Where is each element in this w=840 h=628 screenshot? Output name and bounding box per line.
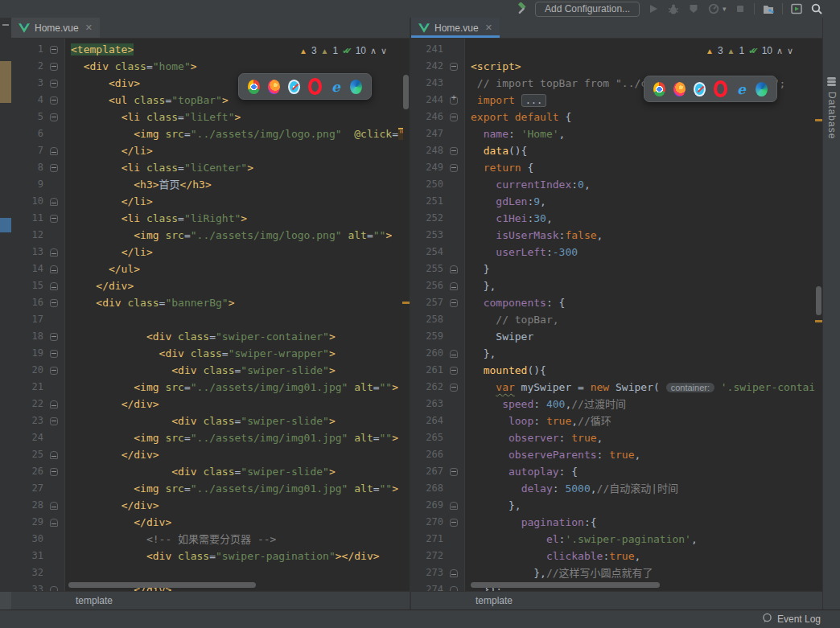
fold-icon[interactable] — [50, 350, 58, 358]
code-editor-right[interactable]: 241242<script>243 // import topBar from … — [411, 39, 822, 591]
code-line[interactable]: 31 <div class="swiper-pagination"></div> — [11, 548, 403, 564]
firefox-icon[interactable] — [268, 80, 280, 94]
breadcrumb-item[interactable]: template — [476, 595, 513, 606]
code-line[interactable]: 266 observeParents: true, — [411, 446, 816, 463]
fold-icon[interactable] — [450, 147, 458, 155]
opera-icon[interactable] — [308, 78, 321, 95]
fold-icon[interactable] — [50, 586, 58, 592]
horizontal-scrollbar-thumb[interactable] — [68, 582, 256, 588]
breadcrumb-item[interactable]: template — [76, 595, 113, 606]
code-editor-left[interactable]: 1<template>2 <div class="home">3 <div>4 … — [11, 39, 410, 591]
tab-close-icon[interactable]: ✕ — [485, 23, 492, 33]
fold-icon[interactable] — [450, 164, 458, 172]
code-line[interactable]: 12 <img src="../assets/img/logo.png" alt… — [11, 227, 403, 244]
toolwindow-stripe-dash[interactable] — [2, 24, 9, 26]
fold-icon[interactable] — [50, 63, 58, 71]
run-window-icon[interactable] — [790, 2, 803, 15]
editor-tab-home-vue-active[interactable]: Home.vue ✕ — [411, 18, 500, 38]
code-line[interactable]: 250 currentIndex:0, — [411, 176, 816, 193]
horizontal-scrollbar-thumb[interactable] — [471, 582, 660, 588]
fold-icon[interactable] — [450, 63, 458, 71]
code-line[interactable]: 259 Swiper — [411, 328, 816, 345]
fold-icon[interactable] — [450, 384, 458, 392]
code-line[interactable]: 258 // topBar, — [411, 311, 816, 328]
code-line[interactable]: 24 <img src="../assets/img/img01.jpg" al… — [11, 429, 403, 446]
fold-icon[interactable] — [450, 586, 458, 592]
code-line[interactable]: 267 autoplay: { — [411, 463, 816, 480]
code-line[interactable]: 257 components: { — [411, 294, 816, 311]
fold-icon[interactable] — [450, 113, 458, 121]
vertical-scrollbar-thumb[interactable] — [403, 75, 409, 109]
fold-icon[interactable] — [50, 417, 58, 425]
fold-icon[interactable] — [50, 147, 58, 155]
fold-icon[interactable] — [450, 468, 458, 476]
code-line[interactable]: 254 userLeft:-300 — [411, 244, 816, 261]
code-line[interactable]: 6 <img src="../assets/img/logo.png" @cli… — [11, 125, 403, 142]
fold-icon[interactable] — [50, 164, 58, 172]
code-line[interactable]: 260 }, — [411, 345, 816, 362]
database-icon[interactable] — [827, 77, 836, 86]
code-line[interactable]: 14 </ul> — [11, 261, 403, 277]
code-line[interactable]: 246export default { — [411, 109, 816, 125]
opera-icon[interactable] — [714, 80, 727, 97]
build-hammer-icon[interactable] — [515, 2, 528, 15]
coverage-icon[interactable] — [687, 2, 700, 15]
code-line[interactable]: 253 isUserMask:false, — [411, 227, 816, 244]
code-line[interactable]: 26 <div class="swiper-slide"> — [11, 463, 403, 480]
code-line[interactable]: 261 mounted(){ — [411, 362, 816, 379]
run-icon[interactable] — [647, 2, 660, 15]
safari-icon[interactable] — [288, 80, 300, 94]
code-line[interactable]: 270 pagination:{ — [411, 514, 816, 531]
fold-icon[interactable] — [50, 299, 58, 307]
safari-icon[interactable] — [694, 82, 706, 96]
code-line[interactable]: 269 }, — [411, 497, 816, 514]
code-line[interactable]: 242<script> — [411, 58, 816, 75]
code-line[interactable]: 272 clickable:true, — [411, 548, 816, 564]
fold-icon[interactable] — [50, 215, 58, 223]
chrome-icon[interactable] — [653, 82, 665, 96]
tab-close-icon[interactable]: ✕ — [85, 23, 93, 33]
prev-issue-icon[interactable]: ∧ — [370, 43, 377, 60]
code-line[interactable]: 23 <div class="swiper-slide"> — [11, 413, 403, 429]
stop-icon[interactable] — [734, 2, 747, 15]
code-line[interactable]: 271 el:'.swiper-pagination', — [411, 531, 816, 548]
code-line[interactable]: 5 <li class="liLeft"> — [11, 109, 403, 125]
code-line[interactable]: 273 },//这样写小圆点就有了 — [411, 564, 816, 581]
code-line[interactable]: 30 <!-- 如果需要分页器 --> — [11, 531, 403, 548]
fold-icon[interactable] — [450, 350, 458, 358]
fold-icon[interactable] — [50, 282, 58, 290]
fold-icon[interactable] — [50, 96, 58, 105]
fold-icon[interactable] — [50, 333, 58, 341]
fold-icon[interactable] — [450, 367, 458, 375]
inspection-widget[interactable]: ▲3 ▲1 ✔✔10 ∧ ∨ — [706, 43, 793, 58]
code-line[interactable]: 32 — [11, 564, 403, 581]
ie-icon[interactable]: e — [330, 80, 342, 94]
code-line[interactable]: 252 c1Hei:30, — [411, 210, 816, 227]
code-line[interactable]: 264 loop: true,//循环 — [411, 413, 816, 429]
fold-icon[interactable] — [50, 198, 58, 206]
code-line[interactable]: 18 <div class="swiper-container"> — [11, 328, 403, 345]
code-line[interactable]: 8 <li class="liCenter"> — [11, 159, 403, 176]
code-line[interactable]: 265 observer: true, — [411, 429, 816, 446]
code-line[interactable]: 20 <div class="swiper-slide"> — [11, 362, 403, 379]
database-toolwindow-button[interactable]: Database — [826, 92, 838, 139]
fold-icon[interactable] — [50, 248, 58, 257]
fold-icon[interactable] — [450, 502, 458, 510]
editor-tab-home-vue[interactable]: Home.vue ✕ — [11, 18, 100, 38]
code-line[interactable]: 248 data(){ — [411, 142, 816, 159]
fold-icon[interactable] — [50, 367, 58, 375]
firefox-icon[interactable] — [673, 82, 686, 96]
fold-icon[interactable] — [50, 265, 58, 273]
profiler-icon[interactable] — [707, 2, 720, 15]
fold-icon[interactable] — [50, 502, 58, 510]
next-issue-icon[interactable]: ∨ — [787, 43, 793, 60]
ie-icon[interactable]: e — [735, 82, 747, 96]
fold-icon[interactable] — [450, 299, 458, 307]
profiler-dropdown-icon[interactable]: ▾ — [723, 5, 727, 13]
edge-icon[interactable] — [350, 80, 362, 94]
code-line[interactable]: 21 <img src="../assets/img/img01.jpg" al… — [11, 379, 403, 396]
code-line[interactable]: 9 <h3>首页</h3> — [11, 176, 403, 193]
code-line[interactable]: 256 }, — [411, 277, 816, 294]
vertical-scrollbar-thumb[interactable] — [816, 286, 821, 315]
code-line[interactable]: 249 return { — [411, 159, 816, 176]
